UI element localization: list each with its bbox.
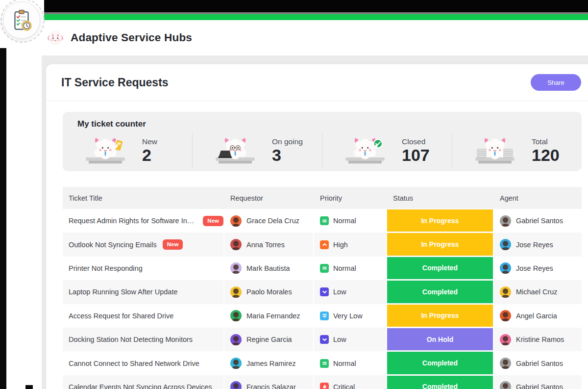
status-cell: Completed [387, 351, 494, 375]
ticket-row[interactable]: Calendar Events Not Syncing Across Devic… [63, 375, 582, 389]
priority-cell[interactable]: Very Low [314, 304, 387, 328]
ticket-row[interactable]: Outlook Not Syncing EmailsNew Anna Torre… [63, 233, 582, 256]
stat-closed: Closed 107 [322, 133, 452, 168]
clipboard-checklist-clock-icon[interactable] [3, 1, 40, 39]
agent-avatar [500, 239, 511, 250]
priority-cell[interactable]: Normal [314, 257, 387, 280]
stat-label: On going [272, 137, 303, 146]
priority-label: Normal [333, 217, 356, 225]
requestor-avatar [230, 358, 242, 369]
priority-cell[interactable]: Normal [314, 351, 387, 375]
counter-title: My ticket counter [63, 119, 582, 129]
sheep-icon [47, 29, 64, 46]
tickets-table: Ticket TitleRequestorPriorityStatusAgent… [63, 187, 582, 389]
requestor-avatar [230, 239, 242, 250]
app-header: Adaptive Service Hubs [42, 20, 588, 55]
priority-cell[interactable]: Low [314, 328, 387, 351]
service-requests-card: IT Service Requests Share My ticket coun… [46, 64, 588, 389]
card-header: IT Service Requests Share [46, 64, 588, 101]
status-chip[interactable]: In Progress [387, 233, 493, 255]
agent-cell: Kristine Ramos [494, 328, 582, 351]
ticket-row[interactable]: Request Admin Rights for Software Instal… [63, 209, 582, 233]
ticket-title: Cannot Connect to Shared Network Drive [69, 360, 199, 367]
requestor-name: James Ramirez [246, 360, 296, 367]
requestor-avatar [230, 381, 242, 389]
status-chip[interactable]: Completed [387, 257, 493, 279]
ticket-row[interactable]: Docking Station Not Detecting Monitors R… [63, 328, 582, 351]
status-chip[interactable]: In Progress [387, 209, 493, 232]
flame-icon [320, 383, 329, 389]
ticket-row[interactable]: Laptop Running Slow After Update Paolo M… [63, 280, 582, 304]
requestor-avatar [230, 334, 242, 345]
new-badge: New [203, 216, 223, 226]
agent-name: Kristine Ramos [516, 336, 564, 343]
stat-label: Total [532, 137, 560, 146]
priority-label: Very Low [333, 312, 363, 320]
ticket-title-cell: Docking Station Not Detecting Monitors [63, 328, 224, 351]
priority-label: Low [333, 336, 346, 343]
share-button[interactable]: Share [531, 74, 581, 91]
counter-stats: New 2 On going 3 Closed 107 [63, 133, 582, 168]
agent-name: Jose Reyes [516, 264, 553, 272]
priority-cell[interactable]: Low [314, 280, 387, 304]
column-header-ticket-title[interactable]: Ticket Title [63, 187, 224, 209]
column-header-agent[interactable]: Agent [494, 187, 582, 209]
requestor-name: Paolo Morales [246, 288, 292, 296]
left-dark-sidebar-edge [0, 0, 6, 389]
agent-avatar [500, 310, 511, 321]
agent-avatar [500, 334, 511, 345]
requestor-name: Maria Fernandez [246, 312, 300, 320]
agent-avatar [500, 286, 511, 298]
agent-name: Jose Reyes [516, 241, 553, 249]
ticket-title-cell: Calendar Events Not Syncing Across Devic… [63, 375, 224, 389]
equals-icon [320, 264, 329, 273]
status-chip[interactable]: Completed [387, 352, 493, 374]
column-header-requestor[interactable]: Requestor [224, 187, 314, 209]
ticket-row[interactable]: Cannot Connect to Shared Network Drive J… [63, 351, 582, 375]
requestor-cell: Mark Bautista [224, 257, 314, 280]
priority-cell[interactable]: Critical [314, 375, 387, 389]
ticket-row[interactable]: Printer Not Responding Mark Bautista Nor… [63, 257, 582, 280]
status-cell: Completed [387, 280, 494, 304]
ticket-title-cell: Outlook Not Syncing EmailsNew [63, 233, 224, 256]
stat-value: 2 [142, 147, 157, 164]
requestor-name: Francis Salazar [246, 383, 296, 389]
ticket-title: Docking Station Not Detecting Monitors [69, 336, 193, 343]
requestor-avatar [230, 215, 242, 227]
priority-cell[interactable]: High [314, 233, 387, 256]
requestor-cell: James Ramirez [224, 351, 314, 375]
app-title: Adaptive Service Hubs [71, 31, 192, 44]
status-cell: In Progress [387, 209, 494, 233]
requestor-cell: Grace Dela Cruz [224, 209, 314, 233]
sheep-with-stacks-icon [471, 133, 519, 168]
status-chip[interactable]: In Progress [387, 305, 493, 327]
priority-label: Low [333, 288, 346, 296]
artifact-mark [25, 385, 33, 389]
requestor-cell: Francis Salazar [224, 375, 314, 389]
requestor-cell: Paolo Morales [224, 280, 314, 304]
stat-value: 3 [272, 147, 303, 164]
priority-cell[interactable]: Normal [314, 209, 387, 233]
equals-icon [320, 216, 329, 225]
column-header-status[interactable]: Status [387, 187, 494, 209]
column-header-priority[interactable]: Priority [314, 187, 387, 209]
green-progress-bar [42, 14, 588, 20]
status-cell: On Hold [387, 328, 494, 351]
agent-cell: Gabriel Santos [494, 209, 582, 233]
agent-avatar [500, 262, 511, 274]
chevron-down-icon [320, 287, 329, 296]
agent-name: Angel Garcia [516, 312, 557, 320]
ticket-row[interactable]: Access Request for Shared Drive Maria Fe… [63, 304, 582, 328]
agent-name: Gabriel Santos [516, 383, 563, 389]
requestor-cell: Anna Torres [224, 233, 314, 256]
status-cell: Completed [387, 375, 494, 389]
priority-label: Critical [333, 383, 355, 389]
ticket-title-cell: Laptop Running Slow After Update [63, 280, 224, 304]
status-chip[interactable]: On Hold [387, 328, 493, 350]
requestor-cell: Regine Garcia [224, 328, 314, 351]
status-chip[interactable]: Completed [387, 376, 493, 389]
new-badge: New [163, 239, 183, 250]
sheep-with-laptop-icon [211, 133, 259, 168]
agent-avatar [500, 358, 511, 369]
status-chip[interactable]: Completed [387, 281, 493, 303]
